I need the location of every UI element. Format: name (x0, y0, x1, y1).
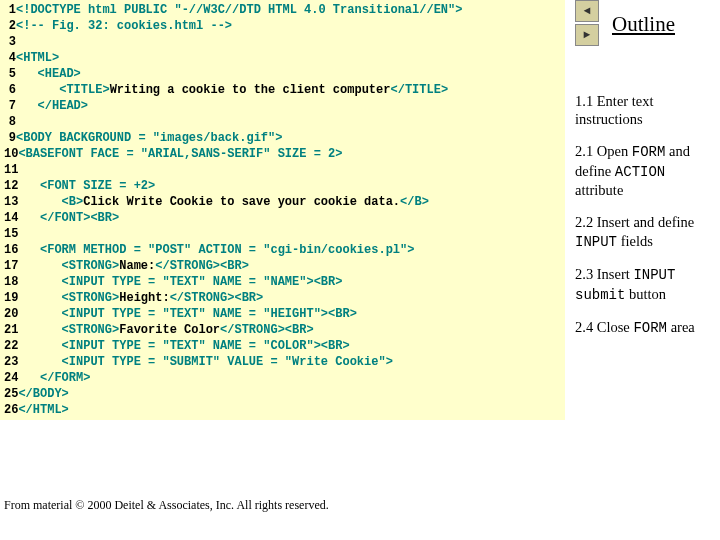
code-line: 7 </HEAD> (0, 98, 565, 114)
code-line: 23 <INPUT TYPE = "SUBMIT" VALUE = "Write… (0, 354, 565, 370)
code-panel: 1<!DOCTYPE html PUBLIC "-//W3C//DTD HTML… (0, 0, 565, 420)
code-line: 1<!DOCTYPE html PUBLIC "-//W3C//DTD HTML… (0, 2, 565, 18)
code-line: 16 <FORM METHOD = "POST" ACTION = "cgi-b… (0, 242, 565, 258)
code-line: 13 <B>Click Write Cookie to save your co… (0, 194, 565, 210)
outline-item: 2.2 Insert and define INPUT fields (575, 213, 715, 251)
code-line: 11 (0, 162, 565, 178)
code-line: 4<HTML> (0, 50, 565, 66)
outline-title: Outline (612, 12, 675, 37)
outline-panel: ◄ ► 1.1 Enter text instructions 2.1 Open… (575, 0, 715, 352)
code-line: 21 <STRONG>Favorite Color</STRONG><BR> (0, 322, 565, 338)
code-line: 10<BASEFONT FACE = "ARIAL,SANS-SERIF" SI… (0, 146, 565, 162)
code-line: 17 <STRONG>Name:</STRONG><BR> (0, 258, 565, 274)
code-line: 24 </FORM> (0, 370, 565, 386)
code-line: 2<!-- Fig. 32: cookies.html --> (0, 18, 565, 34)
code-line: 22 <INPUT TYPE = "TEXT" NAME = "COLOR"><… (0, 338, 565, 354)
code-line: 14 </FONT><BR> (0, 210, 565, 226)
code-line: 9<BODY BACKGROUND = "images/back.gif"> (0, 130, 565, 146)
outline-item: 2.1 Open FORM and define ACTION attribut… (575, 142, 715, 199)
code-line: 15 (0, 226, 565, 242)
prev-arrow-icon[interactable]: ◄ (575, 0, 599, 22)
outline-item: 1.1 Enter text instructions (575, 92, 715, 128)
code-line: 5 <HEAD> (0, 66, 565, 82)
code-line: 20 <INPUT TYPE = "TEXT" NAME = "HEIGHT">… (0, 306, 565, 322)
code-line: 3 (0, 34, 565, 50)
code-line: 25</BODY> (0, 386, 565, 402)
code-line: 8 (0, 114, 565, 130)
outline-item: 2.4 Close FORM area (575, 318, 715, 338)
code-line: 18 <INPUT TYPE = "TEXT" NAME = "NAME"><B… (0, 274, 565, 290)
code-line: 6 <TITLE>Writing a cookie to the client … (0, 82, 565, 98)
next-arrow-icon[interactable]: ► (575, 24, 599, 46)
footer-text: From material © 2000 Deitel & Associates… (4, 498, 329, 513)
outline-item: 2.3 Insert INPUT submit button (575, 265, 715, 304)
code-line: 12 <FONT SIZE = +2> (0, 178, 565, 194)
code-line: 19 <STRONG>Height:</STRONG><BR> (0, 290, 565, 306)
code-line: 26</HTML> (0, 402, 565, 418)
